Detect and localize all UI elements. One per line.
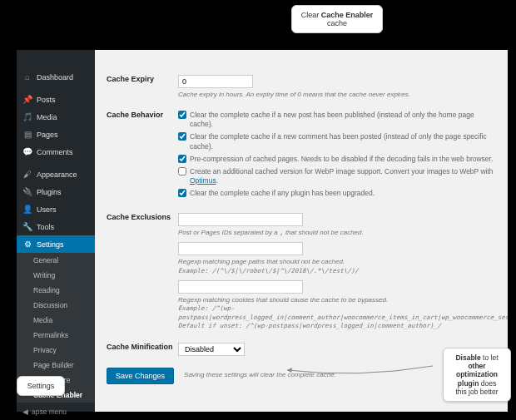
brush-icon: 🖌: [22, 170, 32, 179]
select-minification[interactable]: Disabled: [178, 343, 245, 356]
desc-expiry: Cache expiry in hours. An expiry time of…: [178, 91, 496, 99]
desc-excl-ids: Post or Pages IDs separated by a , that …: [178, 229, 508, 237]
tooltip-disable: Disable to let other optimization plugin…: [443, 348, 511, 402]
menu-tools[interactable]: 🔧Tools: [17, 218, 95, 235]
comment-icon: 💬: [22, 147, 32, 156]
sub-discussion[interactable]: Discussion: [17, 298, 95, 313]
label-expiry: Cache Expiry: [107, 75, 178, 99]
desc-save: Saving these settings will clear the com…: [184, 371, 336, 379]
label-behavior: Cache Behavior: [107, 111, 178, 200]
media-icon: 🎵: [22, 112, 32, 121]
sub-privacy[interactable]: Privacy: [17, 343, 95, 358]
sub-general[interactable]: General: [17, 253, 95, 268]
gear-icon: ⚙: [22, 240, 32, 249]
input-expiry[interactable]: [178, 75, 253, 88]
input-excl-paths[interactable]: [178, 242, 303, 255]
menu-appearance[interactable]: 🖌Appearance: [17, 166, 95, 183]
sub-writing[interactable]: Writing: [17, 268, 95, 283]
user-icon: 👤: [22, 205, 32, 214]
page-icon: ▤: [22, 130, 32, 139]
collapse-menu[interactable]: ◀apse menu: [17, 403, 95, 420]
optimus-link[interactable]: Optimus: [190, 176, 216, 185]
sub-pagebuilder[interactable]: Page Builder: [17, 358, 95, 373]
menu-pages[interactable]: ▤Pages: [17, 126, 95, 143]
input-excl-cookies[interactable]: [178, 280, 303, 294]
dashboard-icon: ⌂: [22, 72, 32, 82]
chk-webp[interactable]: Create an additional cached version for …: [178, 167, 496, 185]
menu-posts[interactable]: 📌Posts: [17, 91, 95, 108]
wp-admin-shell: ⓦ ⌂Seraphinite Solutions ⟳26 💬0 ＋New Cle…: [17, 50, 508, 412]
menu-comments[interactable]: 💬Comments: [17, 143, 95, 161]
menu-media[interactable]: 🎵Media: [17, 108, 95, 126]
desc-excl-cookies: Regexp matching cookies that should caus…: [178, 296, 508, 331]
chk-new-comment[interactable]: Clear the complete cache if a new commen…: [178, 132, 496, 151]
save-button[interactable]: Save Changes: [107, 368, 174, 384]
input-excl-ids[interactable]: [178, 213, 303, 226]
pin-icon: 📌: [22, 95, 32, 104]
chk-plugin-upgrade[interactable]: Clear the complete cache if any plugin h…: [178, 189, 496, 198]
sub-media[interactable]: Media: [17, 313, 95, 328]
tooltip-clear-cache: Clear Cache Enabler cache: [291, 5, 383, 33]
wrench-icon: 🔧: [22, 222, 32, 231]
menu-dashboard[interactable]: ⌂Dashboard: [17, 68, 95, 86]
tooltip-settings: Settings: [17, 376, 65, 396]
sub-reading[interactable]: Reading: [17, 283, 95, 298]
label-exclusions: Cache Exclusions: [107, 213, 178, 331]
menu-users[interactable]: 👤Users: [17, 200, 95, 218]
menu-settings[interactable]: ⚙Settings: [17, 235, 95, 253]
admin-sidebar: ⌂Dashboard 📌Posts 🎵Media ▤Pages 💬Comment…: [17, 50, 95, 412]
label-minification: Cache Minification: [107, 343, 178, 356]
chk-precompress[interactable]: Pre-compression of cached pages. Needs t…: [178, 155, 496, 164]
plug-icon: 🔌: [22, 187, 32, 196]
sub-permalinks[interactable]: Permalinks: [17, 328, 95, 343]
desc-excl-paths: Regexp matching page paths that should n…: [178, 258, 508, 275]
menu-plugins[interactable]: 🔌Plugins: [17, 183, 95, 200]
collapse-icon: ◀: [22, 408, 28, 416]
chk-new-post[interactable]: Clear the complete cache if a new post h…: [178, 111, 496, 129]
